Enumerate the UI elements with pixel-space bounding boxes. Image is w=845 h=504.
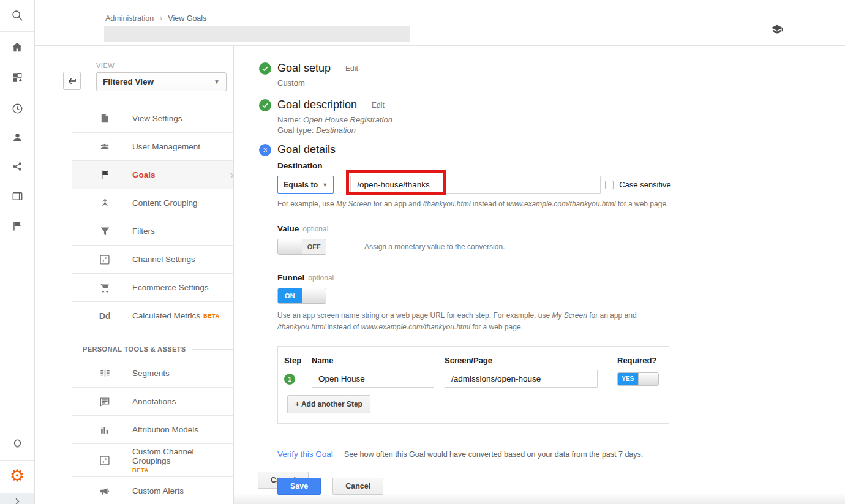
toggle-knob [302,288,326,303]
realtime-clock-icon[interactable] [0,96,34,121]
sidebar-item-content-grouping[interactable]: Content Grouping [72,189,233,217]
funnel-toggle[interactable]: ON [277,288,326,304]
toggle-knob [638,373,659,385]
goal-type-line: Goal type: Destination [277,126,845,135]
step-number-badge: 3 [259,144,271,156]
goal-description-edit-link[interactable]: Edit [372,101,385,110]
left-icon-rail: ⚙ [0,0,35,504]
beta-badge: BETA [203,312,220,319]
people-icon [99,141,111,153]
add-another-step-button[interactable]: + Add another Step [287,395,370,413]
funnel-step-page-cell [445,370,617,388]
analytics-admin-app: ⚙ Administration › View Goals [0,0,845,504]
col-page-header: Screen/Page [445,356,617,370]
behavior-browser-icon[interactable] [0,184,34,208]
match-type-value: Equals to [284,181,318,189]
customization-icon[interactable] [0,66,34,90]
document-icon [99,112,111,124]
sidebar-menu: View Settings User Management Goals › Co… [72,104,233,504]
conversions-flag-icon[interactable] [0,214,34,238]
sidebar-item-calculated-metrics[interactable]: Dd Calculated Metrics BETA [72,301,233,329]
sidebar-item-view-settings[interactable]: View Settings [72,104,233,132]
breadcrumb-separator: › [160,14,162,23]
action-buttons: Save Cancel [277,478,845,495]
goal-name-line: Name: Open House Registration [277,115,845,124]
view-label: VIEW [96,62,115,69]
goal-name-value: Open House Registration [303,115,392,124]
annotation-bubble-icon [99,396,111,408]
funnel-toggle-row: ON [277,288,845,304]
verify-goal-link[interactable]: Verify this Goal [277,449,333,459]
goal-editor-content: Goal setup Edit Custom Goal description … [234,46,845,504]
segments-icon [99,367,111,379]
cart-icon [99,282,111,294]
rail-divider [0,62,34,62]
col-step-header: Step [284,356,312,370]
merge-icon [99,197,111,209]
rail-divider [0,429,34,429]
sidebar-item-segments[interactable]: Segments [72,359,233,387]
calculated-metrics-dd-icon: Dd [99,310,111,322]
case-sensitive-label: Case sensitive [619,180,671,189]
sidebar-item-filters[interactable]: Filters [72,217,233,245]
funnel-toggle-state: ON [278,288,302,303]
breadcrumb-administration[interactable]: Administration [105,14,154,23]
funnel-steps-box: Step Name Screen/Page Required? 1 YES [277,346,669,424]
match-type-dropdown[interactable]: Equals to ▼ [277,176,334,194]
funnel-step-number-badge: 1 [284,374,295,385]
step-complete-check-icon [259,62,271,75]
sidebar-item-annotations[interactable]: Annotations [72,387,233,415]
view-selector-dropdown[interactable]: Filtered View ▼ [96,72,227,91]
academy-gradcap-icon[interactable] [769,23,785,39]
step-complete-check-icon [259,99,271,111]
sidebar-item-attribution-models[interactable]: Attribution Models [72,415,233,443]
sidebar-item-channel-settings[interactable]: Channel Settings [72,245,233,273]
audience-person-icon[interactable] [0,125,34,149]
channel-settings-icon [99,254,111,266]
destination-url-input[interactable] [350,176,601,194]
value-toggle[interactable]: OFF [277,239,326,255]
save-button[interactable]: Save [277,478,321,495]
cancel-button[interactable]: Cancel [332,478,383,495]
funnel-step-page-input[interactable] [445,370,598,388]
value-caption: Assign a monetary value to the conversio… [364,243,505,251]
sidebar-item-ecommerce-settings[interactable]: Ecommerce Settings [72,273,233,301]
collapse-chevron-icon [12,497,22,504]
sidebar-item-goals[interactable]: Goals › [72,160,233,189]
breadcrumb: Administration › View Goals [105,14,206,23]
col-required-header: Required? [617,356,663,370]
col-name-header: Name [312,356,445,370]
value-optional-tag: optional [302,225,328,233]
megaphone-icon [99,485,111,497]
home-icon[interactable] [0,35,34,59]
funnel-step-name-cell [312,370,445,388]
rail-divider [0,460,34,461]
chevron-down-icon: ▼ [214,78,220,85]
funnel-icon [99,225,111,238]
goal-setup-edit-link[interactable]: Edit [345,64,358,73]
case-sensitive-checkbox[interactable] [605,181,614,189]
acquisition-share-icon[interactable] [0,154,34,179]
channel-groupings-icon [99,454,111,467]
discover-lightbulb-icon[interactable] [0,432,34,456]
value-toggle-state: OFF [302,239,326,254]
admin-gear-icon[interactable]: ⚙ [0,464,34,488]
case-sensitive-group: Case sensitive [605,180,671,189]
beta-badge: BETA [132,467,233,473]
rail-collapse-area[interactable] [0,493,34,504]
top-header: Administration › View Goals [35,0,845,46]
search-icon[interactable] [0,3,34,28]
toggle-knob [278,239,302,254]
personal-tools-heading: PERSONAL TOOLS & ASSETS [72,342,233,356]
funnel-label: Funneloptional [277,273,845,282]
sidebar-item-custom-alerts[interactable]: Custom Alerts [72,476,233,504]
value-label: Valueoptional [277,224,845,233]
funnel-step-name-input[interactable] [312,370,434,388]
sidebar-item-custom-channel-groupings[interactable]: Custom Channel Groupings BETA [72,443,233,476]
destination-helper-text: For example, use My Screen for an app an… [277,200,845,208]
sidebar-item-user-management[interactable]: User Management [72,132,233,160]
funnel-step-required-cell: YES [617,372,663,386]
required-toggle[interactable]: YES [617,372,659,386]
back-button[interactable] [63,72,81,90]
goal-setup-step: Goal setup Edit [259,62,845,75]
